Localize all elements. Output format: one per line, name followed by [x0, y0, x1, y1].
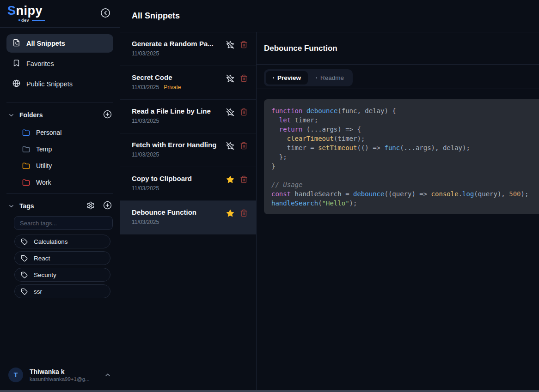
snippet-date: 11/03/2025	[132, 84, 159, 90]
detail-title: Debounce Function	[264, 44, 337, 53]
snippet-meta: 11/03/2025	[132, 50, 214, 57]
snippet-date: 11/03/2025	[132, 151, 159, 158]
tag-label: Calculations	[34, 238, 68, 245]
snippet-row[interactable]: Read a File Line by Line 11/03/2025	[120, 100, 256, 133]
tab-label: Preview	[277, 74, 301, 81]
divider	[6, 103, 113, 103]
snippet-meta: 11/03/2025 Private	[132, 84, 181, 90]
trash-icon[interactable]	[240, 108, 248, 116]
folder-item[interactable]: Utility	[0, 157, 120, 174]
tag-pill[interactable]: React	[14, 251, 110, 265]
snippet-row[interactable]: Generate a Random Pa... 11/03/2025	[120, 32, 256, 66]
tag-list: Calculations React Security	[0, 235, 120, 298]
code-line: let timer;	[271, 115, 532, 125]
tags-section-header: Tags	[0, 197, 120, 215]
folder-item[interactable]: Personal	[0, 124, 120, 141]
snippet-title: Fetch with Error Handling	[132, 141, 216, 149]
folder-list: Personal Temp Utility	[0, 124, 120, 191]
chevron-down-icon[interactable]	[8, 112, 15, 119]
folders-section-title: Folders	[19, 111, 43, 119]
content: Generate a Random Pa... 11/03/2025	[120, 32, 539, 390]
code-line: function debounce(func, delay) {	[271, 106, 532, 115]
code-line	[271, 171, 532, 180]
snippet-info: Secret Code 11/03/2025 Private	[132, 73, 181, 99]
tag-icon	[21, 255, 28, 262]
folder-icon	[22, 162, 30, 170]
sidebar: Snipy dev All Snippets	[0, 0, 120, 390]
tag-pill[interactable]: ssr	[14, 284, 110, 298]
snippet-date: 11/03/2025	[132, 219, 159, 225]
sidebar-item-label: Favorites	[26, 60, 54, 67]
star-off-icon[interactable]	[226, 142, 234, 150]
user-menu[interactable]: T Thiwanka k kasunthiwanka99+1@g...	[0, 359, 120, 390]
tab-group: Preview Readme	[264, 69, 353, 86]
tag-pill[interactable]: Security	[14, 268, 110, 282]
trash-icon[interactable]	[240, 209, 248, 217]
trash-icon[interactable]	[240, 175, 248, 184]
snippet-actions	[226, 73, 248, 99]
folder-icon	[22, 129, 30, 137]
star-off-icon[interactable]	[226, 108, 234, 116]
folder-label: Personal	[36, 129, 61, 136]
sidebar-item-label: Public Snippets	[26, 80, 73, 88]
snippet-title: Read a File Line by Line	[132, 107, 211, 115]
sidebar-collapse-button[interactable]	[100, 8, 110, 19]
user-info: Thiwanka k kasunthiwanka99+1@g...	[30, 368, 98, 382]
topbar: All Snippets	[120, 0, 539, 32]
tag-icon	[21, 271, 28, 278]
snippet-detail: Debounce Function Preview Readme f	[257, 32, 539, 390]
horizontal-scrollbar[interactable]	[0, 390, 539, 392]
sidebar-header: Snipy dev	[0, 0, 120, 28]
search-tags-input[interactable]	[14, 216, 113, 230]
code-line: };	[271, 152, 532, 162]
folder-item[interactable]: Temp	[0, 141, 120, 157]
tag-label: Security	[34, 271, 56, 278]
tag-pill[interactable]: Calculations	[14, 235, 110, 248]
bookmark-icon	[12, 59, 20, 68]
manage-tags-button[interactable]	[86, 201, 95, 211]
trash-icon[interactable]	[240, 74, 248, 83]
star-off-icon[interactable]	[226, 74, 234, 83]
snippet-row[interactable]: Fetch with Error Handling 11/03/2025	[120, 133, 256, 167]
app-window: Snipy dev All Snippets	[0, 0, 539, 390]
private-badge: Private	[164, 84, 181, 90]
tag-icon	[21, 288, 28, 295]
code-line: handleSearch("Hello");	[271, 199, 532, 208]
snippet-meta: 11/03/2025	[132, 219, 196, 225]
tab[interactable]: Preview	[266, 71, 308, 84]
sidebar-item-all-snippets[interactable]: All Snippets	[6, 34, 113, 53]
star-filled-icon[interactable]	[226, 209, 234, 217]
plus-circle-icon	[103, 201, 112, 211]
sidebar-item-public-snippets[interactable]: Public Snippets	[6, 75, 113, 93]
file-snippet-icon	[12, 39, 20, 48]
trash-icon[interactable]	[240, 142, 248, 150]
tab[interactable]: Readme	[309, 71, 351, 84]
chevron-down-icon[interactable]	[8, 203, 15, 210]
avatar: T	[8, 368, 23, 382]
app-logo[interactable]: Snipy dev	[7, 5, 45, 23]
sidebar-item-favorites[interactable]: Favorites	[6, 54, 113, 73]
star-off-icon[interactable]	[226, 41, 234, 49]
gear-icon	[86, 201, 95, 211]
snippet-row[interactable]: Copy to Clipboard 11/03/2025	[120, 167, 256, 201]
chevron-left-circle-icon	[100, 8, 110, 19]
tags-section: Tags	[0, 197, 120, 298]
snippet-row[interactable]: Debounce Function 11/03/2025	[120, 201, 256, 235]
snippet-actions	[226, 141, 248, 167]
user-name: Thiwanka k	[30, 368, 98, 375]
add-folder-button[interactable]	[103, 110, 112, 120]
code-line: timer = setTimeout(() => func(...args), …	[271, 143, 532, 152]
code-line: return (...args) => {	[271, 125, 532, 134]
snippet-title: Debounce Function	[132, 208, 196, 216]
tag-label: ssr	[34, 288, 42, 295]
folders-section: Folders Personal	[0, 106, 120, 191]
star-filled-icon[interactable]	[226, 175, 234, 184]
snippet-meta: 11/03/2025	[132, 185, 192, 192]
trash-icon[interactable]	[240, 41, 248, 49]
sidebar-item-label: All Snippets	[26, 40, 65, 47]
add-tag-button[interactable]	[103, 201, 112, 211]
snippet-actions	[226, 40, 248, 66]
snippet-actions	[226, 208, 248, 234]
folder-item[interactable]: Work	[0, 174, 120, 191]
snippet-row[interactable]: Secret Code 11/03/2025 Private	[120, 66, 256, 100]
